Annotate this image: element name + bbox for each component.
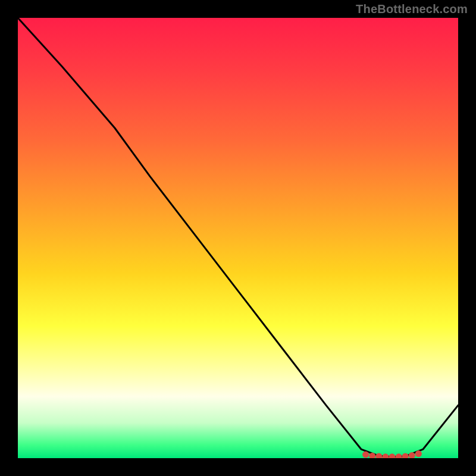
marker-dot: [375, 453, 382, 459]
marker-dot: [382, 453, 389, 458]
chart-svg: [18, 18, 458, 458]
marker-dot: [402, 453, 409, 459]
chart-line: [18, 18, 458, 457]
marker-dot: [396, 453, 402, 458]
marker-dot: [415, 450, 422, 457]
marker-dot: [389, 453, 396, 458]
chart-stage: TheBottleneck.com: [0, 0, 476, 476]
watermark-text: TheBottleneck.com: [356, 2, 468, 16]
chart-markers: [362, 450, 422, 458]
marker-dot: [362, 452, 369, 458]
